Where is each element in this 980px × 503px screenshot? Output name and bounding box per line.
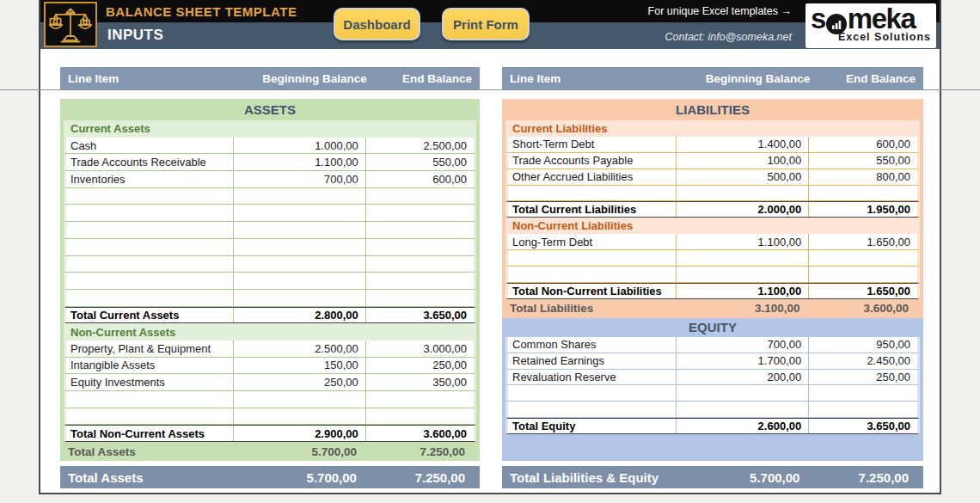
someka-logo[interactable]: smeka Excel Solutions <box>805 3 936 48</box>
cell-line-item[interactable]: Equity Investments <box>66 376 233 389</box>
cell-end-balance[interactable]: 550,00 <box>808 153 917 169</box>
cell-end-balance[interactable]: 950,00 <box>808 337 917 353</box>
table-row-data: Intangible Assets150,00250,00 <box>60 358 480 375</box>
table-row-total: Total Non-Current Liabilities1.100,001.6… <box>502 283 923 299</box>
dashboard-button[interactable]: Dashboard <box>334 8 420 40</box>
table-row-data: Cash1.000,002.500,00 <box>60 138 480 155</box>
sheet-name: INPUTS <box>107 27 163 44</box>
cell-end-balance[interactable] <box>365 205 474 221</box>
cell-line-item: Non-Current Assets <box>66 326 474 339</box>
cell-end-balance[interactable]: 600,00 <box>365 171 474 187</box>
cell-beginning-balance[interactable] <box>233 273 364 289</box>
cell-beginning-balance[interactable] <box>233 256 364 273</box>
cell-beginning-balance: 2.900,00 <box>233 426 364 441</box>
cell-beginning-balance[interactable]: 1.400,00 <box>676 137 808 152</box>
cell-beginning-balance[interactable] <box>676 402 808 417</box>
table-row-data: Trade Accounts Payable100,00550,00 <box>502 153 923 169</box>
cell-line-item[interactable]: Inventories <box>66 173 233 186</box>
cell-beginning-balance[interactable]: 700,00 <box>233 171 364 187</box>
cell-line-item[interactable]: Trade Accounts Receivable <box>66 156 233 169</box>
contact-email[interactable]: Contact: info@someka.net <box>665 31 793 43</box>
cell-beginning-balance[interactable] <box>233 239 364 255</box>
cell-end-balance[interactable]: 2.450,00 <box>808 353 917 369</box>
cell-line-item[interactable]: Long-Term Debt <box>508 236 676 248</box>
cell-beginning-balance[interactable]: 1.000,00 <box>233 138 364 154</box>
cell-end-balance[interactable] <box>808 250 917 266</box>
table-row-empty <box>60 188 480 205</box>
table-row-data: Property, Plant & Equipment2.500,003.000… <box>60 340 480 358</box>
cell-beginning-balance[interactable]: 700,00 <box>676 337 808 353</box>
cell-line-item[interactable]: Other Accrued Liabilities <box>508 170 676 183</box>
table-row-section: Current Assets <box>60 120 480 138</box>
cell-end-balance[interactable]: 1.650,00 <box>808 234 917 249</box>
cell-end-balance[interactable]: 2.500,00 <box>365 138 474 154</box>
cell-line-item: Total Assets <box>68 445 232 458</box>
cell-end-balance[interactable] <box>365 188 474 205</box>
cell-beginning-balance[interactable]: 2.500,00 <box>233 340 364 357</box>
cell-beginning-balance[interactable]: 250,00 <box>233 374 364 390</box>
cell-line-item[interactable]: Trade Accounts Payable <box>508 154 676 167</box>
cell-line-item[interactable]: Cash <box>66 139 233 152</box>
total-liabilities-equity-bar: Total Liabilities & Equity 5.700,00 7.25… <box>502 466 923 488</box>
cell-end-balance[interactable]: 600,00 <box>808 137 917 152</box>
cell-line-item: Current Assets <box>66 122 474 135</box>
cell-line-item: Total Current Liabilities <box>508 203 676 216</box>
cell-end-balance[interactable] <box>808 267 917 282</box>
cell-beginning-balance[interactable]: 200,00 <box>676 370 808 385</box>
cell-beginning-balance[interactable] <box>233 222 364 238</box>
table-row-empty <box>502 186 923 202</box>
cell-beginning-balance[interactable] <box>676 267 808 282</box>
cell-end-balance[interactable]: 250,00 <box>808 370 917 385</box>
cell-beginning-balance[interactable] <box>676 186 808 201</box>
table-row-data: Other Accrued Liabilities500,00800,00 <box>502 169 923 186</box>
promo-link[interactable]: For unique Excel templates → <box>648 5 792 17</box>
section-title: ASSETS <box>244 102 296 117</box>
cell-line-item[interactable]: Common Shares <box>508 338 676 351</box>
table-row-title: ASSETS <box>60 99 480 120</box>
cell-end-balance[interactable] <box>365 391 474 408</box>
cell-line-item[interactable]: Retained Earnings <box>508 354 676 367</box>
cell-end-balance[interactable]: 550,00 <box>365 154 474 170</box>
cell-end-balance: 7.250,00 <box>364 445 472 458</box>
cell-end-balance[interactable]: 800,00 <box>808 169 917 185</box>
cell-line-item[interactable]: Revaluation Reserve <box>508 371 676 383</box>
cell-beginning-balance[interactable] <box>676 385 808 401</box>
cell-end-balance[interactable] <box>808 402 917 417</box>
cell-end-balance[interactable]: 250,00 <box>365 358 474 374</box>
cell-beginning-balance[interactable] <box>233 391 364 408</box>
cell-beginning-balance[interactable]: 1.700,00 <box>676 353 808 369</box>
cell-end-balance[interactable] <box>365 408 474 425</box>
table-row-empty <box>60 222 480 239</box>
table-row-empty <box>502 267 923 283</box>
balance-scales-icon <box>48 5 93 45</box>
cell-end-balance[interactable] <box>365 222 474 238</box>
print-form-button[interactable]: Print Form <box>442 8 530 40</box>
cell-beginning-balance[interactable] <box>233 290 364 306</box>
cell-beginning-balance[interactable] <box>233 408 364 425</box>
table-row-eqtitle: EQUITY <box>502 318 923 337</box>
cell-end-balance[interactable] <box>365 273 474 289</box>
table-row-total: Total Current Assets2.800,003.650,00 <box>60 307 480 324</box>
cell-end-balance[interactable]: 3.000,00 <box>365 340 474 357</box>
cell-line-item[interactable]: Property, Plant & Equipment <box>66 342 233 355</box>
cell-beginning-balance[interactable]: 150,00 <box>233 358 364 374</box>
cell-beginning-balance: 2.600,00 <box>676 419 808 433</box>
cell-end-balance[interactable]: 350,00 <box>365 374 474 390</box>
total-liabilities-equity-label: Total Liabilities & Equity <box>510 470 675 485</box>
cell-beginning-balance[interactable] <box>233 205 364 221</box>
cell-beginning-balance[interactable]: 1.100,00 <box>676 234 808 249</box>
cell-beginning-balance[interactable]: 500,00 <box>676 169 808 185</box>
cell-beginning-balance[interactable] <box>233 188 364 205</box>
cell-end-balance[interactable] <box>808 385 917 401</box>
table-row-data: Trade Accounts Receivable1.100,00550,00 <box>60 154 480 171</box>
cell-beginning-balance[interactable]: 100,00 <box>676 153 808 169</box>
cell-end-balance[interactable] <box>808 186 917 201</box>
table-row-empty <box>60 239 480 256</box>
cell-beginning-balance[interactable] <box>676 250 808 266</box>
cell-beginning-balance[interactable]: 1.100,00 <box>233 154 364 170</box>
cell-line-item[interactable]: Short-Term Debt <box>508 138 676 150</box>
cell-end-balance[interactable] <box>365 239 474 255</box>
cell-end-balance[interactable] <box>365 256 474 273</box>
cell-end-balance[interactable] <box>365 290 474 306</box>
cell-line-item[interactable]: Intangible Assets <box>66 359 233 371</box>
